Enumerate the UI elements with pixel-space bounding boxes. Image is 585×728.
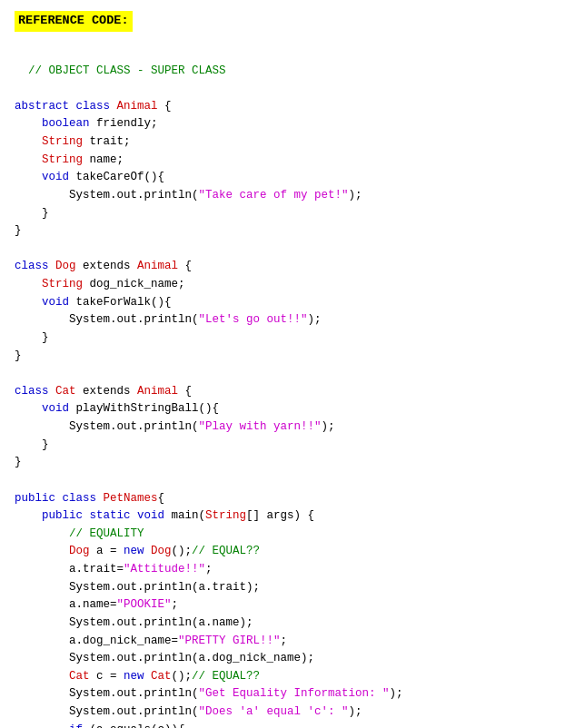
title-bar: REFERENCE CODE: — [15, 11, 133, 32]
code-block: // OBJECT CLASS - SUPER CLASS abstract c… — [15, 44, 570, 728]
comment-object-class: // OBJECT CLASS - SUPER CLASS — [28, 64, 226, 77]
